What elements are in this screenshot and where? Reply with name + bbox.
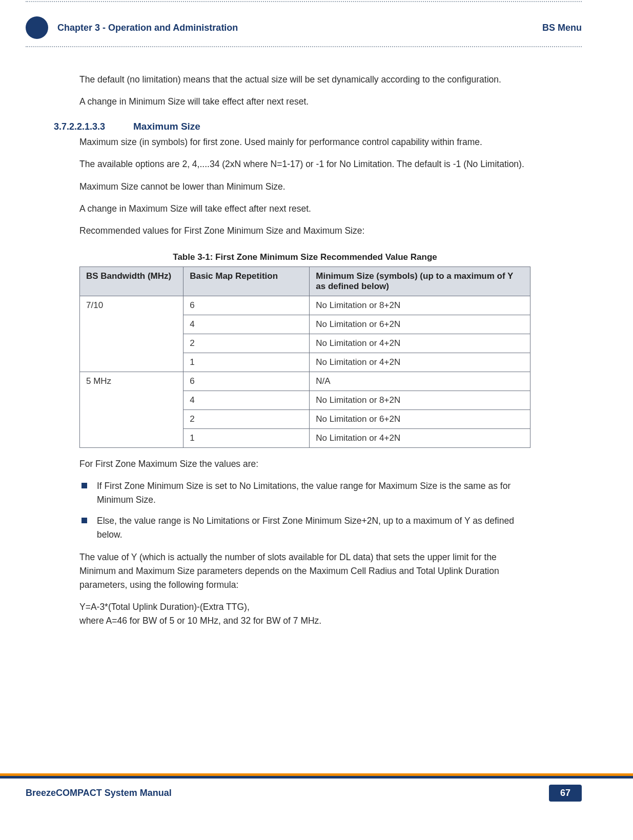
after-table-paragraph-1: For First Zone Maximum Size the values a…	[79, 457, 530, 471]
cell-rep: 2	[183, 409, 310, 428]
formula-line-2: where A=46 for BW of 5 or 10 MHz, and 32…	[79, 616, 321, 626]
after-table-paragraph-2: The value of Y (which is actually the nu…	[79, 550, 530, 592]
footer-manual-title: BreezeCOMPACT System Manual	[26, 788, 172, 798]
cell-bw: 5 MHz	[80, 372, 183, 447]
cell-min: No Limitation or 4+2N	[310, 353, 530, 372]
intro-paragraph-2: A change in Minimum Size will take effec…	[79, 95, 530, 109]
table-header-row: BS Bandwidth (MHz) Basic Map Repetition …	[80, 267, 530, 296]
cell-min: No Limitation or 6+2N	[310, 315, 530, 334]
cell-rep: 1	[183, 428, 310, 447]
cell-rep: 4	[183, 391, 310, 409]
header-dotted-rule	[26, 46, 582, 47]
section-heading-row: 3.7.2.2.1.3.3 Maximum Size	[79, 121, 530, 132]
list-item: If First Zone Minimum Size is set to No …	[79, 479, 530, 507]
cell-rep: 2	[183, 334, 310, 353]
page-footer: BreezeCOMPACT System Manual 67	[0, 776, 633, 802]
cell-rep: 1	[183, 353, 310, 372]
chapter-label: Chapter 3 - Operation and Administration	[57, 23, 542, 33]
cell-rep: 4	[183, 315, 310, 334]
body-content: The default (no limitation) means that t…	[79, 73, 530, 628]
page-header: Chapter 3 - Operation and Administration…	[26, 2, 582, 43]
cell-min: No Limitation or 4+2N	[310, 428, 530, 447]
cell-min: No Limitation or 4+2N	[310, 334, 530, 353]
list-item: Else, the value range is No Limitations …	[79, 514, 530, 542]
section-paragraph-5: Recommended values for First Zone Minimu…	[79, 224, 530, 238]
section-paragraph-1: Maximum size (in symbols) for first zone…	[79, 135, 530, 149]
section-paragraph-3: Maximum Size cannot be lower than Minimu…	[79, 180, 530, 194]
table-row: 5 MHz6N/A	[80, 372, 530, 391]
cell-min: N/A	[310, 372, 530, 391]
footer-color-bars	[0, 776, 633, 778]
table-row: 7/106No Limitation or 8+2N	[80, 296, 530, 315]
section-number: 3.7.2.2.1.3.3	[54, 121, 133, 132]
table-header-rep: Basic Map Repetition	[183, 267, 310, 296]
table-caption: Table 3-1: First Zone Minimum Size Recom…	[79, 252, 530, 262]
cell-min: No Limitation or 6+2N	[310, 409, 530, 428]
intro-paragraph-1: The default (no limitation) means that t…	[79, 73, 530, 87]
section-paragraph-2: The available options are 2, 4,....34 (2…	[79, 157, 530, 171]
recommended-value-table: BS Bandwidth (MHz) Basic Map Repetition …	[79, 267, 530, 448]
table-header-min: Minimum Size (symbols) (up to a maximum …	[310, 267, 530, 296]
cell-rep: 6	[183, 372, 310, 391]
cell-bw: 7/10	[80, 296, 183, 372]
cell-min: No Limitation or 8+2N	[310, 391, 530, 409]
formula-line-1: Y=A-3*(Total Uplink Duration)-(Extra TTG…	[79, 602, 250, 612]
section-paragraph-4: A change in Maximum Size will take effec…	[79, 202, 530, 216]
cell-rep: 6	[183, 296, 310, 315]
header-bullet-icon	[26, 16, 48, 39]
after-table-paragraph-3: Y=A-3*(Total Uplink Duration)-(Extra TTG…	[79, 600, 530, 628]
header-right-label: BS Menu	[542, 23, 582, 33]
section-title: Maximum Size	[133, 121, 200, 132]
bullet-list: If First Zone Minimum Size is set to No …	[79, 479, 530, 542]
table-header-bw: BS Bandwidth (MHz)	[80, 267, 183, 296]
cell-min: No Limitation or 8+2N	[310, 296, 530, 315]
page-number-badge: 67	[549, 785, 582, 802]
